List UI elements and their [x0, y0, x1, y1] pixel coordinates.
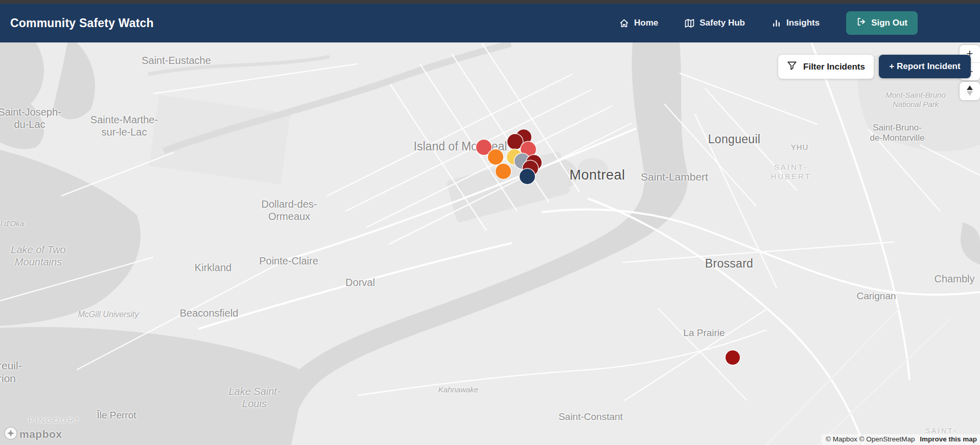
incident-marker[interactable] [496, 164, 511, 179]
basemap-art [0, 42, 980, 445]
app-title: Community Safety Watch [10, 16, 154, 30]
attribution-mapbox-link[interactable]: © Mapbox [826, 435, 857, 443]
nav-item-insights[interactable]: Insights [772, 18, 820, 28]
nav-item-home[interactable]: Home [619, 18, 658, 28]
mapbox-logo-icon [4, 427, 17, 442]
sign-out-label: Sign Out [871, 18, 907, 28]
map-icon [685, 18, 694, 28]
incident-marker[interactable] [488, 149, 503, 165]
filter-incidents-button[interactable]: Filter Incidents [778, 55, 874, 79]
compass-control[interactable] [960, 82, 980, 100]
filter-incidents-label: Filter Incidents [803, 62, 865, 72]
report-incident-button[interactable]: + Report Incident [879, 55, 971, 78]
sign-out-button[interactable]: Sign Out [846, 11, 918, 35]
map-canvas[interactable]: Saint-EustacheSaint-Joseph- du-LacSainte… [0, 42, 980, 445]
bar-chart-icon [772, 18, 781, 28]
app-header: Community Safety Watch Home Safety Hub I… [0, 4, 980, 42]
funnel-icon [787, 60, 797, 73]
home-icon [619, 18, 629, 28]
main-nav: Home Safety Hub Insights Sign Out [619, 11, 918, 35]
logout-icon [856, 17, 866, 29]
incident-marker[interactable] [726, 350, 740, 365]
mapbox-wordmark: mapbox [19, 428, 62, 440]
nav-item-safety-hub[interactable]: Safety Hub [685, 18, 745, 28]
compass-icon [966, 85, 974, 97]
incident-marker[interactable] [520, 169, 535, 184]
map-attribution: © Mapbox © OpenStreetMap Improve this ma… [822, 434, 980, 445]
mapbox-logo[interactable]: mapbox [4, 427, 62, 442]
attribution-osm-link[interactable]: © OpenStreetMap [859, 435, 915, 443]
improve-map-link[interactable]: Improve this map [920, 435, 977, 443]
nav-label: Home [634, 18, 658, 28]
nav-label: Safety Hub [699, 18, 745, 28]
nav-label: Insights [786, 18, 820, 28]
window-chrome-strip [0, 0, 980, 4]
